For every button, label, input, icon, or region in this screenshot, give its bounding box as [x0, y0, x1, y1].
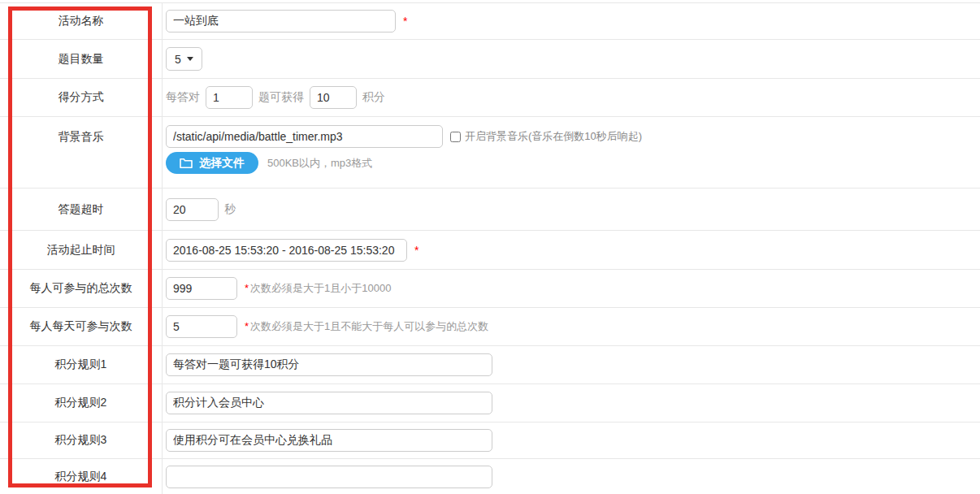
- required-asterisk: *: [414, 244, 418, 257]
- bg-music-path-input[interactable]: [166, 125, 443, 148]
- form-row-scoring: 得分方式 每答对 题可获得 积分: [0, 78, 980, 116]
- timeout-label: 答题超时: [0, 188, 163, 230]
- required-asterisk: *: [245, 282, 249, 294]
- scoring-label: 得分方式: [0, 79, 163, 116]
- activity-settings-form-page: 活动名称 * 题目数量 5 得分方式 每答对 题可获得: [0, 0, 980, 494]
- daily-times-hint: *次数必须是大于1且不能大于每人可以参与的总次数: [241, 319, 488, 334]
- form-row-daily-times: 每人每天可参与次数 *次数必须是大于1且不能大于每人可以参与的总次数: [0, 307, 980, 345]
- bg-music-content: 开启背景音乐(音乐在倒数10秒后响起) 选择文件 500KB以内，mp3格式: [163, 117, 980, 188]
- activity-settings-form: 活动名称 * 题目数量 5 得分方式 每答对 题可获得: [0, 2, 980, 494]
- rule3-label: 积分规则3: [0, 422, 163, 458]
- question-count-select[interactable]: 5: [166, 47, 202, 71]
- form-row-bg-music: 背景音乐 开启背景音乐(音乐在倒数10秒后响起) 选择文件 500KB以内，mp…: [0, 116, 980, 188]
- required-asterisk: *: [245, 320, 249, 332]
- form-row-question-count: 题目数量 5: [0, 39, 980, 78]
- form-row-rule2: 积分规则2: [0, 384, 980, 422]
- rule1-input[interactable]: [166, 353, 492, 376]
- bg-music-enable-checkbox[interactable]: [450, 132, 461, 142]
- rule4-label: 积分规则4: [0, 459, 163, 494]
- form-row-rule3: 积分规则3: [0, 422, 980, 458]
- time-range-input[interactable]: [166, 239, 407, 262]
- rule3-input[interactable]: [166, 429, 492, 452]
- total-times-label: 每人可参与的总次数: [0, 270, 163, 307]
- form-row-total-times: 每人可参与的总次数 *次数必须是大于1且小于10000: [0, 269, 980, 307]
- scoring-content: 每答对 题可获得 积分: [163, 79, 980, 116]
- daily-times-input[interactable]: [166, 315, 237, 338]
- timeout-content: 秒: [163, 188, 980, 230]
- points-input[interactable]: [310, 86, 357, 109]
- form-row-activity-name: 活动名称 *: [0, 2, 980, 39]
- form-row-rule4: 积分规则4: [0, 458, 980, 494]
- per-correct-input[interactable]: [206, 86, 253, 109]
- rule4-content: [163, 459, 980, 494]
- chevron-down-icon: [187, 57, 193, 61]
- time-range-label: 活动起止时间: [0, 231, 163, 269]
- choose-file-button[interactable]: 选择文件: [166, 152, 258, 174]
- choose-file-button-label: 选择文件: [199, 156, 245, 171]
- scoring-text-before: 每答对: [166, 90, 200, 105]
- rule2-input[interactable]: [166, 392, 492, 414]
- form-row-timeout: 答题超时 秒: [0, 188, 980, 230]
- daily-times-label: 每人每天可参与次数: [0, 308, 163, 345]
- timeout-unit: 秒: [224, 202, 236, 217]
- total-times-input[interactable]: [166, 277, 237, 300]
- daily-times-content: *次数必须是大于1且不能大于每人可以参与的总次数: [163, 308, 980, 345]
- rule1-label: 积分规则1: [0, 346, 163, 384]
- rule3-content: [163, 422, 980, 458]
- rule1-content: [163, 346, 980, 384]
- rule4-input[interactable]: [166, 466, 492, 488]
- folder-icon: [180, 158, 193, 168]
- total-times-hint-text: 次数必须是大于1且小于10000: [250, 282, 391, 294]
- time-range-content: *: [163, 231, 980, 269]
- bg-music-line1: 开启背景音乐(音乐在倒数10秒后响起): [166, 125, 642, 148]
- file-format-hint: 500KB以内，mp3格式: [267, 156, 372, 171]
- rule2-label: 积分规则2: [0, 384, 163, 422]
- daily-times-hint-text: 次数必须是大于1且不能大于每人可以参与的总次数: [250, 320, 488, 332]
- rule2-content: [163, 384, 980, 422]
- question-count-content: 5: [163, 40, 980, 78]
- bg-music-checkbox-label: 开启背景音乐(音乐在倒数10秒后响起): [465, 129, 642, 144]
- total-times-hint: *次数必须是大于1且小于10000: [241, 281, 391, 296]
- form-row-rule1: 积分规则1: [0, 345, 980, 384]
- bg-music-label: 背景音乐: [0, 117, 163, 188]
- bg-music-line2: 选择文件 500KB以内，mp3格式: [166, 152, 372, 174]
- activity-name-input[interactable]: [166, 10, 396, 32]
- activity-name-content: *: [163, 3, 980, 39]
- required-asterisk: *: [403, 15, 407, 28]
- scoring-text-after: 积分: [362, 90, 385, 105]
- activity-name-label: 活动名称: [0, 3, 163, 39]
- question-count-label: 题目数量: [0, 40, 163, 78]
- timeout-input[interactable]: [166, 198, 219, 221]
- scoring-text-middle: 题可获得: [258, 90, 304, 105]
- bg-music-checkbox-group: 开启背景音乐(音乐在倒数10秒后响起): [450, 129, 642, 144]
- total-times-content: *次数必须是大于1且小于10000: [163, 270, 980, 307]
- form-row-time-range: 活动起止时间 *: [0, 230, 980, 269]
- question-count-selected-value: 5: [175, 53, 181, 66]
